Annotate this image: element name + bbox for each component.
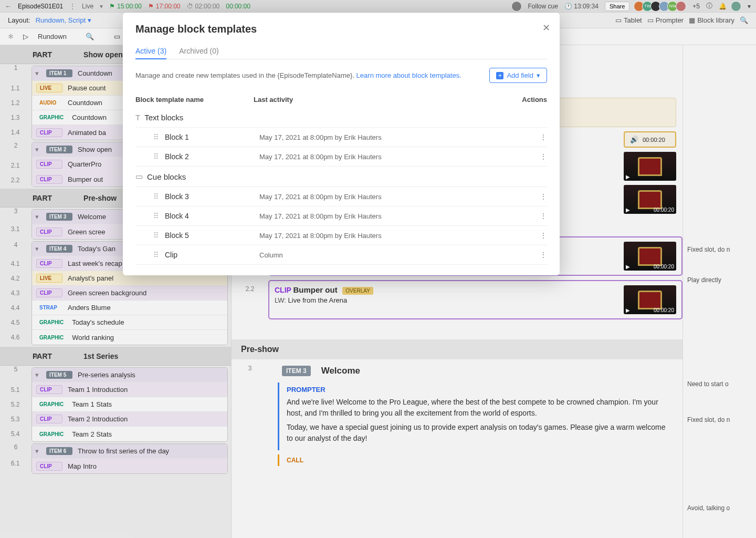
add-field-button[interactable]: + Add field ▾ [489, 68, 547, 83]
row-menu-icon[interactable]: ⋮ [540, 231, 547, 240]
drag-handle-icon[interactable]: ⠿ [153, 212, 159, 220]
modal-title: Manage block templates [135, 23, 547, 35]
modal-desc: Manage and create new templates used in … [135, 71, 354, 79]
template-row[interactable]: ⠿ Block 4 May 17, 2021 at 8:00pm by Erik… [135, 206, 547, 226]
row-menu-icon[interactable]: ⋮ [540, 251, 547, 259]
drag-handle-icon[interactable]: ⠿ [153, 192, 159, 201]
row-menu-icon[interactable]: ⋮ [540, 212, 547, 220]
template-row[interactable]: ⠿ Block 5 May 17, 2021 at 8:00pm by Erik… [135, 226, 547, 245]
row-menu-icon[interactable]: ⋮ [540, 133, 547, 141]
cue-icon: ▭ [135, 172, 143, 181]
row-menu-icon[interactable]: ⋮ [540, 152, 547, 161]
template-row[interactable]: ⠿ Block 3 May 17, 2021 at 8:00pm by Erik… [135, 187, 547, 206]
close-icon[interactable]: ✕ [542, 22, 550, 34]
template-row[interactable]: ⠿ Block 1 May 17, 2021 at 8:00pm by Erik… [135, 128, 547, 147]
col-actions: Actions [516, 96, 547, 104]
tab-archived[interactable]: Archived (0) [179, 44, 218, 59]
learn-more-link[interactable]: Learn more about block templates. [356, 71, 461, 79]
chevron-down-icon: ▾ [537, 71, 540, 79]
drag-handle-icon[interactable]: ⠿ [153, 152, 159, 161]
text-icon: T [135, 113, 140, 122]
drag-handle-icon[interactable]: ⠿ [153, 231, 159, 240]
template-row[interactable]: ⠿ Block 2 May 17, 2021 at 8:00pm by Erik… [135, 147, 547, 167]
template-row[interactable]: ⠿ Clip Column ⋮ [135, 245, 547, 265]
group-text-blocks: T Text blocks [135, 108, 547, 128]
col-activity: Last activity [254, 96, 516, 104]
row-menu-icon[interactable]: ⋮ [540, 192, 547, 201]
plus-icon: + [496, 72, 503, 79]
manage-templates-modal: ✕ Manage block templates Active (3) Arch… [123, 13, 560, 275]
col-name: Block template name [135, 96, 254, 104]
group-cue-blocks: ▭ Cue blocks [135, 167, 547, 187]
tab-active[interactable]: Active (3) [135, 44, 166, 59]
drag-handle-icon[interactable]: ⠿ [153, 251, 159, 259]
drag-handle-icon[interactable]: ⠿ [153, 133, 159, 141]
